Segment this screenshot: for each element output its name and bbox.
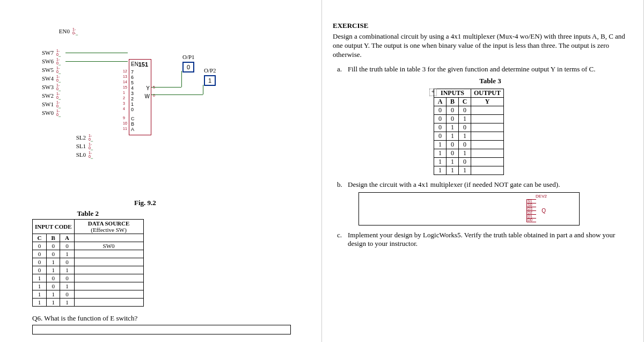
table-row: 101 <box>434 149 504 157</box>
table-row: 111 <box>434 166 504 174</box>
output-2-label: O/P2 <box>204 67 216 74</box>
switch-sl1: SL1 <box>70 143 86 149</box>
exercise-item-c: c. Implement your design by LogicWorks5.… <box>348 231 633 248</box>
switch-sw3: SW3 <box>38 84 54 90</box>
output-1-label: O/P1 <box>182 54 195 60</box>
table-row: 001 <box>434 114 504 123</box>
circuit-diagram: EN0 1-0- SW71-0 SW61-0 SW51-0 SW41-0 SW3… <box>32 27 209 166</box>
chip-name: 151 <box>138 61 148 68</box>
table-3: INPUTS OUTPUT A B C Y 000001010011100101… <box>434 89 504 175</box>
mux-output: Q <box>541 208 546 214</box>
table-row: 010 <box>434 123 504 132</box>
exercise-heading: EXERCISE <box>333 21 633 30</box>
expand-icon[interactable]: + <box>429 89 437 96</box>
table-row: 100 <box>33 274 144 282</box>
table-row: 101 <box>33 282 144 290</box>
switch-sw4: SW4 <box>38 75 54 82</box>
switch-sw0: SW0 <box>38 110 54 116</box>
chip-en-label: EN <box>131 61 138 67</box>
device-label: DEV2 <box>536 194 547 199</box>
switch-sl2: SL2 <box>70 134 86 141</box>
switch-sl0: SL0 <box>70 151 86 158</box>
output-2-value: 1 <box>204 75 216 86</box>
exercise-description: Design a combinational circuit by using … <box>333 32 633 60</box>
table-row: 000 <box>434 106 504 114</box>
select-switches: SL21-0 SL11-0 SL01-0 <box>70 133 93 159</box>
page-right: EXERCISE Design a combinational circuit … <box>322 0 644 342</box>
table-2-title: Table 2 <box>32 209 144 218</box>
table-row: 011 <box>33 266 144 274</box>
switch-sw6: SW6 <box>38 58 54 64</box>
table-row: 011 <box>434 132 504 140</box>
switch-sw1: SW1 <box>38 101 54 107</box>
table-row: 111 <box>33 299 144 307</box>
mux-symbol: S1 S0 D3 D2 D1 D0 <box>526 199 536 222</box>
table-2-grid: INPUT CODE DATA SOURCE (Effective SW) C … <box>32 219 144 307</box>
chip-151: EN 151 127 136 145 154 13 22 31 40 9C 10… <box>129 59 151 135</box>
switch-sw2: SW2 <box>38 92 54 99</box>
chip-out-y: Y <box>146 85 150 91</box>
switch-en0-label: EN0 <box>54 28 70 34</box>
table-3-title: Table 3 <box>348 77 633 85</box>
switch-sw7: SW7 <box>38 49 54 56</box>
question-6-text: Q6. What is the function of E switch? <box>32 314 291 323</box>
switch-sw5: SW5 <box>38 67 54 73</box>
table-row: 000SW0 <box>33 242 144 250</box>
table-row: 010 <box>33 258 144 266</box>
table-row: 110 <box>33 290 144 299</box>
answer-input-box[interactable] <box>32 325 291 334</box>
table-row: 110 <box>434 157 504 166</box>
page-left: EN0 1-0- SW71-0 SW61-0 SW51-0 SW41-0 SW3… <box>0 0 322 342</box>
switch-icon: 1-0- <box>72 27 78 35</box>
figure-caption: Fig. 9.2 <box>134 199 156 207</box>
table-row: 001 <box>33 250 144 258</box>
table-row: 100 <box>434 140 504 149</box>
table-2: Table 2 INPUT CODE DATA SOURCE (Effectiv… <box>32 209 144 307</box>
switch-en0: EN0 1-0- <box>54 27 78 35</box>
logicworks-canvas[interactable]: DEV2 S1 S0 D3 D2 D1 D0 Q <box>358 192 580 225</box>
question-6: Q6. What is the function of E switch? <box>32 314 291 334</box>
chip-out-w: W <box>145 93 150 99</box>
exercise-item-b: b. Design the circuit with a 4x1 multipl… <box>348 180 633 225</box>
output-1-value: 0 <box>182 62 194 72</box>
exercise-item-a: a. Fill the truth table in table 3 for t… <box>348 65 633 175</box>
data-switches: SW71-0 SW61-0 SW51-0 SW41-0 SW31-0 SW21-… <box>38 48 61 117</box>
